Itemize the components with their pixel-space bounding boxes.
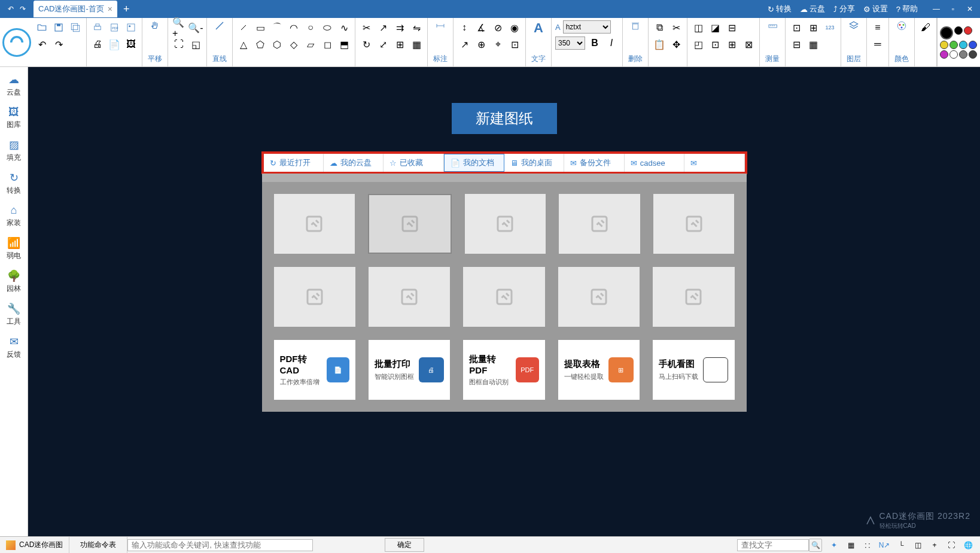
m1-icon[interactable]: ⊡	[789, 20, 804, 35]
dim4-icon[interactable]: ◉	[507, 20, 522, 35]
delete-tool[interactable]	[626, 20, 644, 31]
promo-card-4[interactable]: 手机看图马上扫码下载▦	[653, 340, 734, 400]
font-select[interactable]: hztxt	[563, 20, 611, 34]
drawing-thumbnail[interactable]	[274, 194, 355, 254]
drawing-thumbnail[interactable]	[558, 267, 640, 327]
file-tab-5[interactable]: ✉备份文件	[564, 154, 624, 172]
array-icon[interactable]: ⊞	[392, 37, 407, 51]
drawing-thumbnail[interactable]	[465, 194, 546, 254]
file-tab-7[interactable]: ✉	[684, 154, 744, 172]
m4-icon[interactable]: ⊟	[789, 37, 804, 51]
fillet-icon[interactable]: ⌒	[270, 20, 284, 35]
m5-icon[interactable]: ▦	[806, 37, 820, 51]
zoom-out-icon[interactable]: 🔍-	[188, 20, 203, 35]
paste-icon[interactable]: 📋	[652, 37, 666, 51]
dim3-icon[interactable]: ⊘	[491, 20, 505, 35]
triangle-icon[interactable]: △	[236, 37, 251, 51]
block5-icon[interactable]: ⊡	[708, 37, 722, 51]
current-color-swatch[interactable]	[940, 26, 953, 40]
dim2-icon[interactable]: ∡	[474, 20, 488, 35]
save-icon[interactable]	[51, 20, 66, 35]
measure-tool[interactable]	[763, 20, 781, 31]
titlebar-cloud[interactable]: ☁ 云盘	[800, 4, 825, 14]
promo-card-2[interactable]: 批量转PDF图框自动识别PDF	[463, 340, 544, 400]
polyline-icon[interactable]: ⟋	[236, 20, 251, 35]
snap-icon[interactable]: ✦	[829, 540, 839, 550]
sidebar-item-fill[interactable]: ▨填充	[0, 135, 28, 166]
sidebar-item-convert[interactable]: ↻转换	[0, 168, 28, 199]
block7-icon[interactable]: ⊠	[741, 37, 756, 51]
font-size-select[interactable]: 350	[555, 37, 585, 50]
file-tab-6[interactable]: ✉cadsee	[625, 154, 684, 172]
search-text-input[interactable]	[737, 539, 809, 551]
zoom-in-icon[interactable]: 🔍+	[172, 20, 186, 35]
color-swatch[interactable]	[954, 26, 963, 35]
rect-icon[interactable]: ▭	[253, 20, 267, 35]
hatch-icon[interactable]: ▦	[409, 37, 424, 51]
dim6-icon[interactable]: ⊕	[474, 37, 488, 51]
shape3-icon[interactable]: ◻	[320, 37, 334, 51]
zoom-fit-icon[interactable]: ⛶	[172, 37, 186, 51]
file-tab-3[interactable]: 📄我的文档	[444, 154, 504, 172]
print-icon[interactable]	[90, 20, 105, 35]
image-export-icon[interactable]	[124, 20, 138, 35]
copy-icon[interactable]: ⧉	[652, 20, 666, 35]
block6-icon[interactable]: ⊞	[725, 37, 739, 51]
ortho-icon[interactable]: └	[896, 540, 906, 550]
file-tab-0[interactable]: ↻最近打开	[264, 154, 324, 172]
drawing-thumbnail[interactable]	[369, 267, 450, 327]
nav-back-icon[interactable]: ↶	[6, 4, 16, 14]
color-swatch[interactable]	[959, 41, 967, 49]
color-swatch[interactable]	[964, 26, 972, 35]
block4-icon[interactable]: ◰	[691, 37, 705, 51]
trim-icon[interactable]: ✂	[359, 20, 373, 35]
spline-icon[interactable]: ∿	[337, 20, 351, 35]
file-tab-2[interactable]: ☆已收藏	[384, 154, 443, 172]
brush-icon[interactable]: 🖌	[918, 20, 933, 35]
m3-icon[interactable]: 123	[823, 20, 837, 35]
close-icon[interactable]: ✕	[966, 5, 974, 13]
block1-icon[interactable]: ◫	[691, 20, 705, 35]
sidebar-item-home[interactable]: ⌂家装	[0, 200, 28, 232]
pentagon-icon[interactable]: ⬠	[253, 37, 267, 51]
pan-tool[interactable]	[146, 20, 164, 31]
dim1-icon[interactable]: ↕	[457, 20, 471, 35]
color-swatch[interactable]	[959, 50, 967, 59]
nav-forward-icon[interactable]: ↷	[18, 4, 28, 14]
globe-icon[interactable]: 🌐	[963, 540, 973, 550]
redo-icon[interactable]: ↷	[51, 37, 66, 51]
shape1-icon[interactable]: ◇	[287, 37, 301, 51]
layer-tool[interactable]	[845, 20, 863, 31]
grid-dots-icon[interactable]: ⸬	[863, 540, 872, 550]
pdf-icon[interactable]: PDF	[107, 20, 121, 35]
italic-icon[interactable]: I	[604, 36, 619, 50]
drawing-thumbnail[interactable]	[653, 194, 735, 254]
print-icon-2[interactable]: 🖨	[90, 37, 105, 51]
offset-icon[interactable]: ⇉	[392, 20, 407, 35]
shape4-icon[interactable]: ⬒	[337, 37, 351, 51]
color-swatch[interactable]	[940, 41, 948, 49]
bold-icon[interactable]: B	[588, 36, 602, 50]
drawing-thumbnail[interactable]	[368, 194, 452, 254]
command-input[interactable]	[127, 539, 313, 551]
new-tab-button[interactable]: +	[123, 3, 130, 16]
sidebar-item-cloud[interactable]: ☁云盘	[0, 69, 28, 101]
color-swatch[interactable]	[949, 50, 958, 59]
promo-card-3[interactable]: 提取表格一键轻松提取⊞	[558, 340, 640, 400]
open-folder-icon[interactable]	[35, 20, 49, 35]
osnap-icon[interactable]: ◫	[913, 540, 923, 550]
mirror-icon[interactable]: ⇋	[409, 20, 424, 35]
maximize-icon[interactable]: ▫	[949, 5, 957, 13]
file-tab-4[interactable]: 🖥我的桌面	[504, 154, 564, 172]
line-tool[interactable]	[211, 20, 229, 31]
coord-icon[interactable]: N↗	[879, 540, 889, 550]
text-tool[interactable]: A	[529, 20, 547, 36]
drawing-thumbnail[interactable]	[274, 267, 355, 327]
function-table-button[interactable]: 功能命令表	[69, 537, 127, 553]
block3-icon[interactable]: ⊟	[725, 20, 739, 35]
grid-icon[interactable]: ▦	[846, 540, 856, 550]
undo-icon[interactable]: ↶	[35, 37, 49, 51]
document-tab[interactable]: CAD迷你画图-首页 ×	[34, 1, 117, 17]
shape2-icon[interactable]: ▱	[303, 37, 318, 51]
ok-button[interactable]: 确定	[385, 538, 424, 552]
